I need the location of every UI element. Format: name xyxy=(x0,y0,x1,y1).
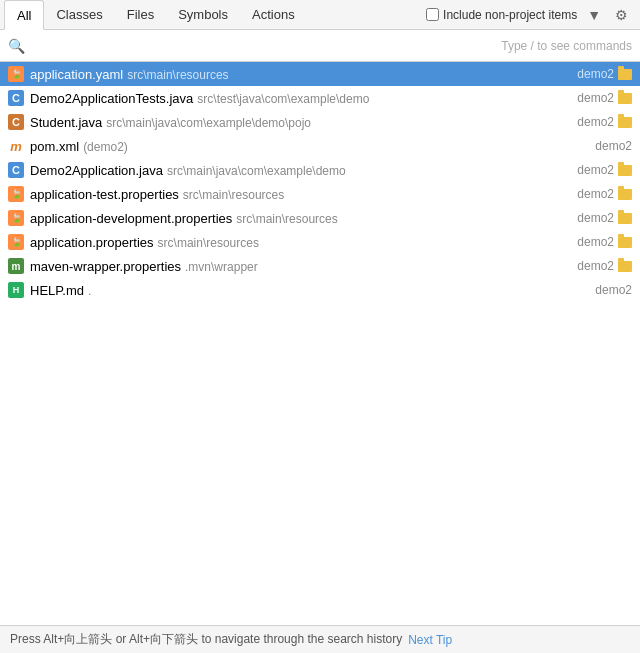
search-bar: 🔍 Type / to see commands xyxy=(0,30,640,62)
file-info: maven-wrapper.properties .mvn\wrapper xyxy=(30,259,569,274)
file-name: Student.java xyxy=(30,115,102,130)
list-item[interactable]: 🍃 application-development.properties src… xyxy=(0,206,640,230)
module-folder-icon xyxy=(618,213,632,224)
module-name: demo2 xyxy=(569,259,614,273)
next-tip-link[interactable]: Next Tip xyxy=(408,633,452,647)
file-path: src\main\java\com\example\demo\pojo xyxy=(106,116,311,130)
file-name: application-development.properties xyxy=(30,211,232,226)
file-icon-yaml: 🍃 xyxy=(8,66,24,82)
tab-symbols[interactable]: Symbols xyxy=(166,0,240,30)
module-name: demo2 xyxy=(587,139,632,153)
file-icon-properties: 🍃 xyxy=(8,186,24,202)
module-name: demo2 xyxy=(569,211,614,225)
module-name: demo2 xyxy=(569,67,614,81)
file-name: Demo2Application.java xyxy=(30,163,163,178)
file-icon-java-class: C xyxy=(8,114,24,130)
file-name: HELP.md xyxy=(30,283,84,298)
tab-bar: All Classes Files Symbols Actions Includ… xyxy=(0,0,640,30)
file-info: application.yaml src\main\resources xyxy=(30,67,569,82)
file-info: Demo2ApplicationTests.java src\test\java… xyxy=(30,91,569,106)
file-name: maven-wrapper.properties xyxy=(30,259,181,274)
list-item[interactable]: 🍃 application.properties src\main\resour… xyxy=(0,230,640,254)
settings-icon[interactable]: ⚙ xyxy=(611,5,632,25)
file-icon-java-app: C xyxy=(8,162,24,178)
module-folder-icon xyxy=(618,69,632,80)
file-path: src\main\resources xyxy=(158,236,259,250)
file-path: .mvn\wrapper xyxy=(185,260,258,274)
file-name: application-test.properties xyxy=(30,187,179,202)
file-path: src\main\resources xyxy=(236,212,337,226)
search-everywhere-dialog: All Classes Files Symbols Actions Includ… xyxy=(0,0,640,653)
tab-actions[interactable]: Actions xyxy=(240,0,307,30)
search-icon: 🔍 xyxy=(8,38,25,54)
module-folder-icon xyxy=(618,93,632,104)
include-non-project-text: Include non-project items xyxy=(443,8,577,22)
file-path: src\main\resources xyxy=(183,188,284,202)
file-info: pom.xml (demo2) xyxy=(30,139,587,154)
module-name: demo2 xyxy=(569,91,614,105)
file-info: Demo2Application.java src\main\java\com\… xyxy=(30,163,569,178)
file-info: application-test.properties src\main\res… xyxy=(30,187,569,202)
file-icon-java-test: C xyxy=(8,90,24,106)
file-name: pom.xml xyxy=(30,139,79,154)
file-path: src\test\java\com\example\demo xyxy=(197,92,369,106)
tab-right-controls: Include non-project items ▼ ⚙ xyxy=(426,5,636,25)
status-bar: Press Alt+向上箭头 or Alt+向下箭头 to navigate t… xyxy=(0,625,640,653)
file-info: HELP.md . xyxy=(30,283,587,298)
module-folder-icon xyxy=(618,261,632,272)
file-icon-properties: 🍃 xyxy=(8,234,24,250)
file-name: Demo2ApplicationTests.java xyxy=(30,91,193,106)
search-input[interactable] xyxy=(31,38,501,53)
file-info: Student.java src\main\java\com\example\d… xyxy=(30,115,569,130)
module-name: demo2 xyxy=(569,187,614,201)
list-item[interactable]: 🍃 application-test.properties src\main\r… xyxy=(0,182,640,206)
file-icon-properties: 🍃 xyxy=(8,210,24,226)
file-icon-xml: m xyxy=(8,138,24,154)
module-name: demo2 xyxy=(587,283,632,297)
file-name: application.yaml xyxy=(30,67,123,82)
file-path: (demo2) xyxy=(83,140,128,154)
module-name: demo2 xyxy=(569,163,614,177)
search-hint: Type / to see commands xyxy=(501,39,632,53)
module-folder-icon xyxy=(618,237,632,248)
tab-all[interactable]: All xyxy=(4,0,44,30)
include-non-project-label[interactable]: Include non-project items xyxy=(426,8,577,22)
file-path: src\main\java\com\example\demo xyxy=(167,164,346,178)
status-text: Press Alt+向上箭头 or Alt+向下箭头 to navigate t… xyxy=(10,631,402,648)
include-non-project-checkbox[interactable] xyxy=(426,8,439,21)
list-item[interactable]: C Demo2Application.java src\main\java\co… xyxy=(0,158,640,182)
module-name: demo2 xyxy=(569,115,614,129)
module-folder-icon xyxy=(618,117,632,128)
tab-files[interactable]: Files xyxy=(115,0,166,30)
file-path: . xyxy=(88,284,91,298)
tab-classes[interactable]: Classes xyxy=(44,0,114,30)
module-folder-icon xyxy=(618,189,632,200)
file-name: application.properties xyxy=(30,235,154,250)
list-item[interactable]: C Demo2ApplicationTests.java src\test\ja… xyxy=(0,86,640,110)
results-list: 🍃 application.yaml src\main\resources de… xyxy=(0,62,640,625)
list-item[interactable]: H HELP.md . demo2 xyxy=(0,278,640,302)
list-item[interactable]: C Student.java src\main\java\com\example… xyxy=(0,110,640,134)
list-item[interactable]: m pom.xml (demo2) demo2 xyxy=(0,134,640,158)
file-icon-md: H xyxy=(8,282,24,298)
module-folder-icon xyxy=(618,165,632,176)
file-info: application.properties src\main\resource… xyxy=(30,235,569,250)
file-info: application-development.properties src\m… xyxy=(30,211,569,226)
filter-icon[interactable]: ▼ xyxy=(583,5,605,25)
module-name: demo2 xyxy=(569,235,614,249)
list-item[interactable]: m maven-wrapper.properties .mvn\wrapper … xyxy=(0,254,640,278)
file-path: src\main\resources xyxy=(127,68,228,82)
file-icon-wrapper: m xyxy=(8,258,24,274)
list-item[interactable]: 🍃 application.yaml src\main\resources de… xyxy=(0,62,640,86)
